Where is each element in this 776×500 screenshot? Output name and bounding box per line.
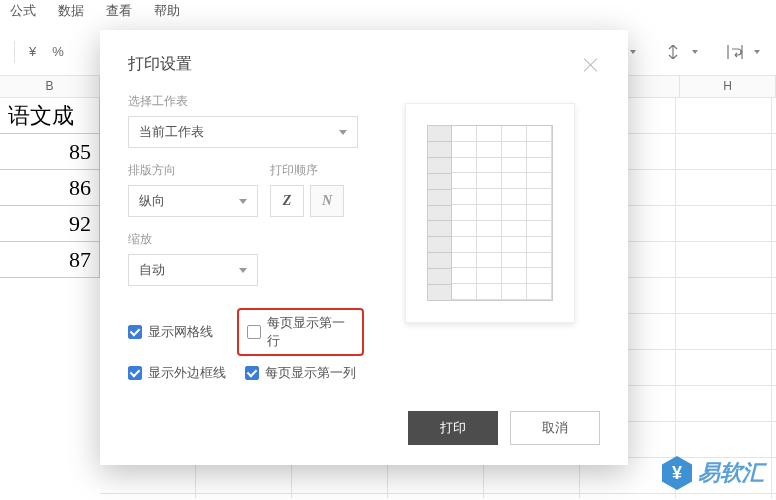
highlight-first-row: 每页显示第一行 [237,308,364,356]
cell-b1[interactable]: 语文成 [0,98,100,134]
worksheet-label: 选择工作表 [128,93,358,110]
menu-view[interactable]: 查看 [106,2,132,20]
checkbox-icon [128,325,142,339]
checkbox-first-row[interactable]: 每页显示第一行 [247,314,354,350]
checkbox-icon [245,366,259,380]
print-preview [405,103,575,323]
cell-b2[interactable]: 85 [0,134,100,170]
checkbox-gridlines[interactable]: 显示网格线 [128,314,241,350]
chevron-down-icon [339,130,347,135]
orientation-select-value: 纵向 [139,192,165,210]
worksheet-select-value: 当前工作表 [139,123,204,141]
menubar: 公式 数据 查看 帮助 [0,0,776,28]
checkbox-outer-border[interactable]: 显示外边框线 [128,364,241,382]
orientation-select[interactable]: 纵向 [128,185,258,217]
valign-button[interactable] [654,37,706,67]
menu-formula[interactable]: 公式 [10,2,36,20]
order-n-button[interactable]: N [310,185,344,217]
worksheet-select[interactable]: 当前工作表 [128,116,358,148]
print-settings-dialog: 打印设置 选择工作表 当前工作表 排版方向 纵向 打印顺序 [100,30,628,465]
scaling-select-value: 自动 [139,261,165,279]
scaling-select[interactable]: 自动 [128,254,258,286]
watermark-text: 易软汇 [698,458,764,488]
checkbox-first-col[interactable]: 每页显示第一列 [245,364,358,382]
cell-b4[interactable]: 92 [0,206,100,242]
col-header-b[interactable]: B [0,76,100,98]
valign-icon [662,41,684,63]
checkbox-first-col-label: 每页显示第一列 [265,364,356,382]
col-header-h[interactable]: H [680,76,776,98]
print-order-label: 打印顺序 [270,162,358,179]
cell-b5[interactable]: 87 [0,242,100,278]
checkbox-icon [128,366,142,380]
dialog-title: 打印设置 [128,54,192,75]
cell-b3[interactable]: 86 [0,170,100,206]
watermark: ¥ 易软汇 [662,456,764,490]
orientation-label: 排版方向 [128,162,258,179]
checkbox-gridlines-label: 显示网格线 [148,323,213,341]
checkbox-icon [247,325,261,339]
preview-grid [452,126,552,300]
checkbox-first-row-label: 每页显示第一行 [267,314,354,350]
close-icon[interactable] [582,56,600,74]
order-z-button[interactable]: Z [270,185,304,217]
menu-data[interactable]: 数据 [58,2,84,20]
checkbox-outer-border-label: 显示外边框线 [148,364,226,382]
chevron-down-icon [239,268,247,273]
watermark-icon: ¥ [662,456,692,490]
scaling-label: 缩放 [128,231,358,248]
percent-button[interactable]: % [44,40,72,63]
cancel-button[interactable]: 取消 [510,411,600,445]
menu-help[interactable]: 帮助 [154,2,180,20]
currency-button[interactable]: ¥ [21,40,44,63]
print-button[interactable]: 打印 [408,411,498,445]
wrap-icon [724,41,746,63]
preview-first-col [428,126,452,300]
wrap-button[interactable] [716,37,768,67]
chevron-down-icon [239,199,247,204]
